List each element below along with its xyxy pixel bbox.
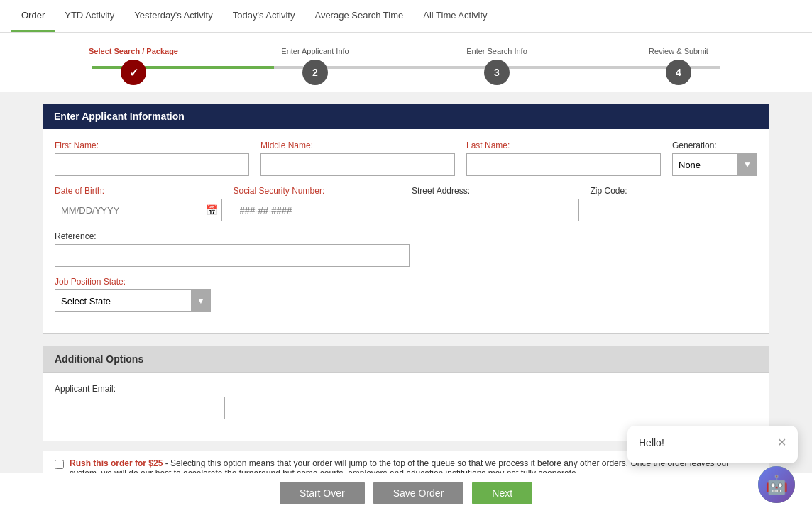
email-label: Applicant Email: [55, 384, 225, 394]
applicant-info-header: Enter Applicant Information [43, 104, 769, 129]
generation-group: Generation: None Jr. Sr. II III ▼ [672, 140, 757, 176]
ssn-group: Social Security Number: [234, 186, 401, 221]
middle-name-input[interactable] [260, 153, 455, 176]
last-name-group: Last Name: [466, 140, 661, 176]
email-group: Applicant Email: [55, 384, 225, 419]
chat-bubble-header: Hello! ✕ [639, 436, 786, 449]
zip-input[interactable] [591, 199, 758, 221]
ssn-label: Social Security Number: [234, 186, 401, 196]
dob-input[interactable] [55, 199, 222, 221]
dob-label: Date of Birth: [55, 186, 222, 196]
middle-name-group: Middle Name: [260, 140, 455, 176]
next-button[interactable]: Next [472, 482, 532, 504]
step-3: Enter Search Info 3 [406, 47, 588, 85]
street-input[interactable] [412, 199, 579, 221]
step-3-circle: 3 [484, 60, 510, 85]
job-state-select-wrap: Select State Alabama Alaska Arizona Cali… [55, 289, 211, 312]
step-1: Select Search / Package [43, 47, 224, 85]
bottom-bar: Start Over Save Order Next [0, 473, 812, 513]
reference-label: Reference: [55, 231, 410, 241]
stepper: Select Search / Package Enter Applicant … [0, 33, 812, 92]
nav-alltime[interactable]: All Time Activity [413, 0, 497, 32]
first-name-input[interactable] [55, 153, 249, 176]
zip-label: Zip Code: [591, 186, 758, 196]
job-state-group: Job Position State: Select State Alabama… [55, 277, 211, 312]
start-over-button[interactable]: Start Over [280, 482, 365, 504]
dob-wrap: 📅 [55, 199, 222, 221]
last-name-label: Last Name: [466, 140, 661, 150]
top-navigation: Order YTD Activity Yesterday's Activity … [0, 0, 812, 33]
applicant-info-body: First Name: Middle Name: Last Name: Gene… [43, 129, 769, 334]
nav-order[interactable]: Order [11, 0, 55, 32]
additional-options-header: Additional Options [43, 346, 769, 373]
name-row: First Name: Middle Name: Last Name: Gene… [55, 140, 757, 176]
step-4-circle: 4 [666, 60, 691, 85]
chat-robot-icon: 🤖 [758, 466, 795, 503]
rush-checkbox[interactable] [55, 460, 64, 469]
first-name-group: First Name: [55, 140, 249, 176]
rush-label: Rush this order for $25 [70, 458, 163, 468]
step-2: Enter Applicant Info 2 [224, 47, 406, 85]
step-1-circle [121, 60, 146, 85]
email-input[interactable] [55, 397, 225, 419]
save-order-button[interactable]: Save Order [373, 482, 464, 504]
step-4-label: Review & Submit [649, 47, 708, 55]
generation-select-wrap: None Jr. Sr. II III ▼ [672, 153, 757, 176]
nav-today[interactable]: Today's Activity [223, 0, 305, 32]
generation-select[interactable]: None Jr. Sr. II III [672, 153, 757, 176]
job-state-select[interactable]: Select State Alabama Alaska Arizona Cali… [55, 289, 211, 312]
street-group: Street Address: [412, 186, 579, 221]
job-state-row: Job Position State: Select State Alabama… [55, 277, 757, 312]
first-name-label: First Name: [55, 140, 249, 150]
nav-ytd[interactable]: YTD Activity [55, 0, 124, 32]
email-row: Applicant Email: [55, 384, 757, 419]
dob-group: Date of Birth: 📅 [55, 186, 222, 221]
chat-hello-text: Hello! [639, 437, 664, 448]
step-4: Review & Submit 4 [588, 47, 769, 85]
chat-bubble: Hello! ✕ [627, 426, 798, 463]
last-name-input[interactable] [466, 153, 661, 176]
chat-avatar-button[interactable]: 🤖 [758, 466, 795, 503]
step-2-circle: 2 [302, 60, 328, 85]
nav-yesterday[interactable]: Yesterday's Activity [124, 0, 222, 32]
dob-row: Date of Birth: 📅 Social Security Number:… [55, 186, 757, 221]
generation-label: Generation: [672, 140, 757, 150]
calendar-icon[interactable]: 📅 [206, 204, 218, 216]
ssn-input[interactable] [234, 199, 401, 221]
step-2-label: Enter Applicant Info [281, 47, 349, 55]
reference-group: Reference: [55, 231, 410, 267]
street-label: Street Address: [412, 186, 579, 196]
reference-row: Reference: [55, 231, 757, 267]
nav-avg-search[interactable]: Average Search Time [304, 0, 413, 32]
zip-group: Zip Code: [591, 186, 758, 221]
reference-input[interactable] [55, 244, 410, 267]
step-1-label: Select Search / Package [89, 47, 178, 55]
job-state-label: Job Position State: [55, 277, 211, 287]
step-3-label: Enter Search Info [466, 47, 527, 55]
close-icon[interactable]: ✕ [777, 436, 786, 449]
middle-name-label: Middle Name: [260, 140, 455, 150]
